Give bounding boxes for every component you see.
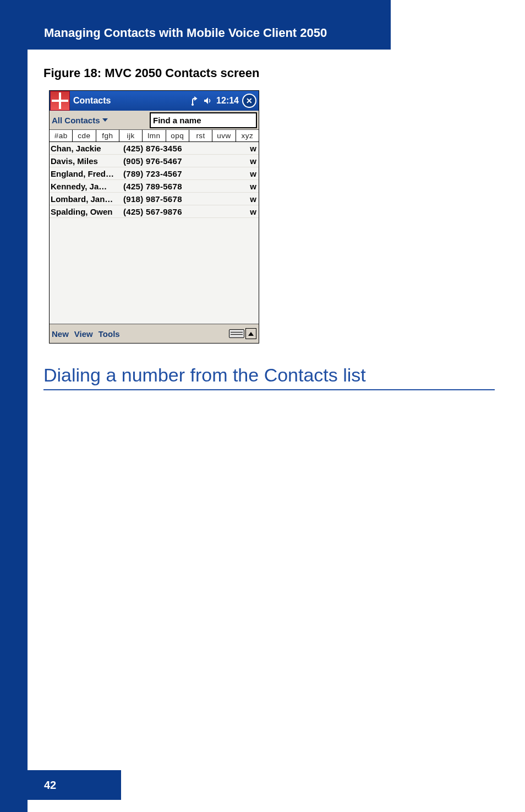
contact-row[interactable]: Lombard, Jan… (918) 987-5678 w [50,193,259,205]
contact-phone: (905) 976-5467 [123,156,245,166]
page-header-title: Managing Contacts with Mobile Voice Clie… [44,26,327,40]
contact-type: w [245,194,256,204]
menu-view[interactable]: View [74,329,93,339]
clock-text: 12:14 [216,96,239,106]
contact-type: w [245,144,256,153]
alpha-tab[interactable]: cde [73,130,96,142]
sip-up-button[interactable] [245,328,256,339]
contact-name: Kennedy, Ja… [51,182,123,191]
contact-name: Davis, Miles [51,156,123,166]
alpha-tab[interactable]: rst [189,130,212,142]
contact-type: w [245,169,256,178]
alpha-tab[interactable]: fgh [96,130,119,142]
contact-row[interactable]: England, Fred… (789) 723-4567 w [50,167,259,180]
page-header: Managing Contacts with Mobile Voice Clie… [28,0,391,50]
alpha-tab[interactable]: xyz [236,130,259,142]
contacts-list: Chan, Jackie (425) 876-3456 w Davis, Mil… [50,142,259,324]
keyboard-icon[interactable] [229,329,244,338]
contact-phone: (425) 876-3456 [123,144,245,153]
signal-icon [190,96,200,106]
contact-name: Lombard, Jan… [51,194,123,204]
menu-new[interactable]: New [52,329,69,339]
window-title: Contacts [73,96,190,106]
contact-name: England, Fred… [51,169,123,178]
svg-point-0 [192,103,194,106]
contact-row[interactable]: Chan, Jackie (425) 876-3456 w [50,142,259,155]
contact-row[interactable]: Kennedy, Ja… (425) 789-5678 w [50,180,259,193]
contact-phone: (425) 567-9876 [123,207,245,216]
chevron-down-icon [102,118,108,122]
window-titlebar: Contacts 12:14 ✕ [50,91,259,111]
bottom-menu-bar: New View Tools [50,324,259,343]
contact-type: w [245,207,256,216]
figure-caption-title: MVC 2050 Contacts screen [105,66,259,80]
filter-bar: All Contacts Find a name [50,111,259,130]
close-button[interactable]: ✕ [242,94,256,108]
section-heading-text: Dialing a number from the Contacts list [43,364,366,385]
alphabet-tabs: #ab cde fgh ijk lmn opq rst uvw xyz [50,130,259,142]
page-number-block: 42 [28,770,121,800]
start-flag-icon[interactable] [50,91,70,111]
contact-name: Spalding, Owen [51,207,123,216]
search-placeholder: Find a name [153,116,201,125]
menu-tools[interactable]: Tools [99,329,120,339]
category-dropdown-label: All Contacts [52,116,100,125]
contact-phone: (425) 789-5678 [123,182,245,191]
contact-type: w [245,182,256,191]
contact-phone: (918) 987-5678 [123,194,245,204]
section-heading: Dialing a number from the Contacts list [43,364,495,390]
contact-type: w [245,156,256,166]
figure-caption-prefix: Figure 18: [43,66,105,80]
page-number: 42 [44,779,56,792]
contact-name: Chan, Jackie [51,144,123,153]
left-margin-strip [0,0,28,812]
embedded-screenshot: Contacts 12:14 ✕ All Contacts Find a nam… [49,90,259,344]
bottom-menu-items: New View Tools [52,329,120,339]
system-tray: 12:14 ✕ [190,94,256,108]
figure-caption: Figure 18: MVC 2050 Contacts screen [43,66,495,80]
alpha-tab[interactable]: opq [166,130,189,142]
alpha-tab[interactable]: lmn [143,130,166,142]
alpha-tab[interactable]: ijk [119,130,143,142]
volume-icon [203,96,213,106]
alpha-tab[interactable]: uvw [212,130,236,142]
category-dropdown[interactable]: All Contacts [50,116,150,125]
contact-row[interactable]: Spalding, Owen (425) 567-9876 w [50,205,259,218]
search-input[interactable]: Find a name [150,112,257,128]
contact-row[interactable]: Davis, Miles (905) 976-5467 w [50,155,259,167]
contact-phone: (789) 723-4567 [123,169,245,178]
alpha-tab[interactable]: #ab [50,130,73,142]
